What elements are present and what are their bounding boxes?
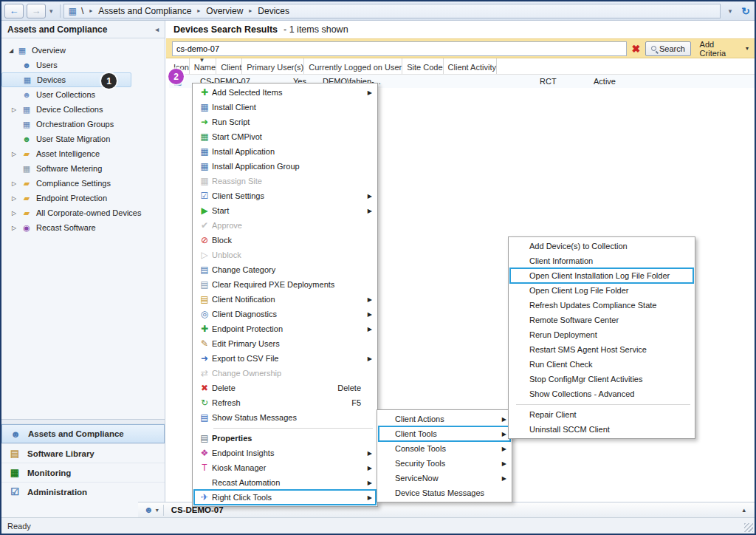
menu-item[interactable]: Show Collections - Advanced ▶ bbox=[510, 386, 693, 401]
device-context-menu: ✚ Add Selected Items ▶ ▦ Install Client … bbox=[192, 83, 378, 507]
menu-item[interactable]: Security Tools ▶ bbox=[379, 456, 510, 471]
refresh-icon[interactable]: ↻ bbox=[741, 5, 750, 17]
menu-item[interactable]: Client Tools ▶ bbox=[379, 426, 510, 441]
menu-item[interactable]: Refresh Updates Compliance State ▶ bbox=[510, 298, 693, 313]
detail-dropdown-icon[interactable]: ▾ bbox=[156, 507, 159, 514]
menu-item-label: Recast Automation bbox=[212, 478, 280, 487]
tree-item[interactable]: ◢ ▦ Overview bbox=[1, 43, 165, 58]
collapse-sidebar-icon[interactable]: ◂ bbox=[155, 26, 159, 33]
tree-item[interactable]: ▷ ▰ All Corporate-owned Devices bbox=[1, 205, 165, 220]
menu-item[interactable]: Client Information ▶ bbox=[510, 253, 693, 268]
menu-item[interactable]: ✚ Endpoint Protection ▶ bbox=[194, 321, 376, 336]
tree-expander-icon[interactable]: ▷ bbox=[7, 195, 21, 202]
tree-item[interactable]: ☻ Users bbox=[1, 58, 165, 72]
tree-item[interactable]: ▷ ▰ Endpoint Protection bbox=[1, 191, 165, 205]
column-header[interactable]: ▼ Site Code bbox=[402, 58, 443, 74]
tree-expander-icon[interactable]: ▷ bbox=[7, 180, 21, 187]
tree-item[interactable]: ▷ ▰ Asset Intelligence bbox=[1, 146, 165, 161]
menu-item[interactable]: ServiceNow ▶ bbox=[379, 471, 510, 485]
back-button[interactable]: ← bbox=[4, 4, 24, 18]
menu-item[interactable]: ▦ Install Application ▶ bbox=[194, 144, 376, 159]
tree-item[interactable]: ▷ ◉ Recast Software bbox=[1, 220, 165, 235]
column-header[interactable]: ▼ Client bbox=[216, 58, 242, 74]
column-header[interactable]: ▼ Currently Logged on User bbox=[304, 58, 402, 74]
device-detail-icon[interactable]: ☻ bbox=[144, 505, 154, 515]
workspace-button[interactable]: ▦ Monitoring bbox=[1, 463, 165, 482]
menu-item[interactable]: Open Client Log File Folder ▶ bbox=[510, 283, 693, 298]
menu-item[interactable]: Recast Automation ▶ bbox=[194, 475, 376, 490]
menu-item[interactable]: ▤ Clear Required PXE Deployments ▶ bbox=[194, 277, 376, 292]
workspace-button[interactable]: ☻ Assets and Compliance bbox=[1, 424, 165, 443]
column-header[interactable]: ▼ Client Activity bbox=[444, 58, 497, 74]
menu-item[interactable]: ✎ Edit Primary Users ▶ bbox=[194, 336, 376, 351]
menu-item[interactable]: ✔ Approve ▶ bbox=[194, 218, 376, 233]
workspace-button[interactable]: ▤ Software Library bbox=[1, 443, 165, 463]
menu-item[interactable]: Console Tools ▶ bbox=[379, 441, 510, 456]
column-header[interactable]: ▼ Primary User(s) bbox=[242, 58, 304, 74]
menu-item[interactable]: ☑ Client Settings ▶ bbox=[194, 188, 376, 203]
menu-item[interactable]: ▦ Install Application Group ▶ bbox=[194, 159, 376, 174]
menu-item[interactable]: ▦ Start CMPivot ▶ bbox=[194, 129, 376, 144]
menu-item[interactable]: ❖ Endpoint Insights ▶ bbox=[194, 446, 376, 460]
search-button[interactable]: Search bbox=[645, 41, 690, 56]
menu-item[interactable]: ▦ Reassign Site ▶ bbox=[194, 174, 376, 188]
menu-item[interactable]: ✖ Delete Delete ▶ bbox=[194, 381, 376, 395]
tree-item[interactable]: ☻ User State Migration bbox=[1, 132, 165, 146]
menu-item[interactable]: ✈ Right Click Tools ▶ bbox=[194, 490, 376, 505]
history-dropdown-icon[interactable]: ▾ bbox=[46, 7, 57, 15]
menu-item[interactable]: ➜ Run Script ▶ bbox=[194, 115, 376, 129]
breadcrumb-item[interactable]: Overview bbox=[206, 6, 243, 16]
menu-item[interactable]: ▤ Client Notification ▶ bbox=[194, 292, 376, 307]
menu-item[interactable]: ↻ Refresh F5 ▶ bbox=[194, 395, 376, 410]
collapse-detail-icon[interactable]: ▴ bbox=[742, 506, 746, 514]
menu-item[interactable]: Add Device(s) to Collection ▶ bbox=[510, 239, 693, 253]
tree-expander-icon[interactable]: ◢ bbox=[6, 47, 16, 54]
tree-item[interactable]: ▦ Software Metering bbox=[1, 161, 165, 176]
menu-item[interactable]: Uninstall SCCM Client ▶ bbox=[510, 422, 693, 437]
breadcrumb-item[interactable]: Assets and Compliance bbox=[98, 6, 191, 16]
clear-search-icon[interactable]: ✖ bbox=[627, 43, 646, 55]
breadcrumb-item[interactable]: Devices bbox=[258, 6, 289, 16]
resize-grip[interactable] bbox=[744, 523, 753, 532]
menu-item[interactable]: Client Actions ▶ bbox=[379, 412, 510, 426]
menu-item[interactable]: Open Client Installation Log File Folder… bbox=[510, 268, 693, 283]
address-dropdown-icon[interactable]: ▾ bbox=[725, 7, 736, 15]
menu-item[interactable]: ▤ Show Status Messages ▶ bbox=[194, 410, 376, 425]
menu-item[interactable]: Rerun Deployment ▶ bbox=[510, 327, 693, 342]
tree-expander-icon[interactable]: ▷ bbox=[7, 210, 21, 217]
menu-item[interactable]: ▶ bbox=[510, 401, 693, 407]
menu-item[interactable]: ⊘ Block ▶ bbox=[194, 233, 376, 248]
menu-item[interactable]: ▤ Change Category ▶ bbox=[194, 262, 376, 277]
tree-expander-icon[interactable]: ▷ bbox=[7, 106, 21, 113]
workspace-splitter[interactable] bbox=[1, 419, 165, 424]
address-bar[interactable]: ▦ \ ▸ Assets and Compliance ▸ Overview bbox=[63, 4, 721, 18]
menu-item[interactable]: Run Client Check ▶ bbox=[510, 357, 693, 372]
tree-expander-icon[interactable]: ▷ bbox=[7, 225, 21, 231]
menu-item[interactable]: ➜ Export to CSV File ▶ bbox=[194, 351, 376, 366]
search-input[interactable] bbox=[172, 41, 627, 56]
column-header[interactable]: ▼ Name bbox=[190, 58, 216, 74]
menu-item[interactable]: ▶ bbox=[194, 425, 376, 431]
menu-item[interactable]: Repair Client ▶ bbox=[510, 407, 693, 422]
forward-icon: → bbox=[32, 5, 41, 16]
menu-item[interactable]: Restart SMS Agent Host Service ▶ bbox=[510, 342, 693, 357]
forward-button[interactable]: → bbox=[27, 4, 46, 18]
menu-item[interactable]: ⇄ Change Ownership ▶ bbox=[194, 366, 376, 381]
menu-item[interactable]: T Kiosk Manager ▶ bbox=[194, 460, 376, 475]
menu-item[interactable]: Device Status Messages ▶ bbox=[379, 485, 510, 500]
menu-item[interactable]: Stop ConfigMgr Client Activities ▶ bbox=[510, 372, 693, 386]
add-criteria-button[interactable]: Add Criteria ▾ bbox=[700, 40, 749, 58]
tree-item[interactable]: ▷ ▦ Device Collections bbox=[1, 102, 165, 117]
menu-item[interactable]: ✚ Add Selected Items ▶ bbox=[194, 85, 376, 100]
menu-item[interactable]: ▦ Install Client ▶ bbox=[194, 100, 376, 115]
menu-item[interactable]: ▶ Start ▶ bbox=[194, 203, 376, 218]
menu-item[interactable]: ▷ Unblock ▶ bbox=[194, 248, 376, 262]
menu-item[interactable]: ◎ Client Diagnostics ▶ bbox=[194, 307, 376, 321]
menu-item[interactable]: ▤ Properties ▶ bbox=[194, 431, 376, 446]
tree-item[interactable]: ☻ User Collections bbox=[1, 87, 165, 102]
workspace-button[interactable]: ☑ Administration bbox=[1, 482, 165, 501]
tree-expander-icon[interactable]: ▷ bbox=[7, 151, 21, 157]
menu-item[interactable]: Remote Software Center ▶ bbox=[510, 313, 693, 327]
tree-item[interactable]: ▦ Orchestration Groups bbox=[1, 117, 165, 132]
tree-item[interactable]: ▷ ▰ Compliance Settings bbox=[1, 176, 165, 191]
